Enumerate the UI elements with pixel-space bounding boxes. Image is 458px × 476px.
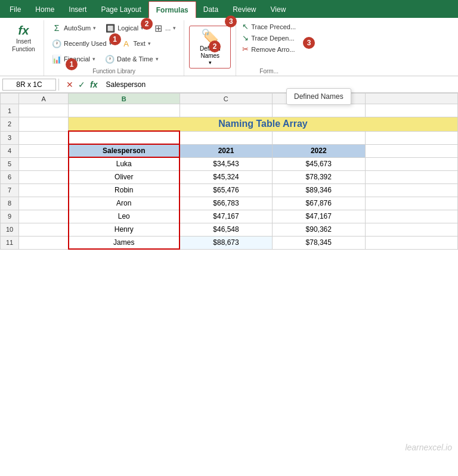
row-header-6: 6 — [1, 170, 19, 183]
date-time-button[interactable]: 🕐 Date & Time ▾ — [101, 52, 163, 66]
insert-function-icon: fx — [18, 24, 29, 38]
cell-d5[interactable]: $45,673 — [273, 157, 365, 170]
logical-icon: 🔲 — [106, 23, 115, 33]
cell-d7[interactable]: $89,346 — [273, 183, 365, 197]
cell-a1[interactable] — [19, 104, 69, 117]
row-header-11: 11 — [1, 236, 19, 249]
more-dropdown-icon[interactable]: ▾ — [173, 25, 176, 31]
cell-b4[interactable]: Salesperson — [69, 144, 180, 157]
tab-view[interactable]: View — [264, 1, 293, 18]
badge-3-overlay: 3 — [303, 37, 315, 49]
cell-e8[interactable] — [365, 197, 458, 210]
cell-e7[interactable] — [365, 183, 458, 197]
financial-icon: 📊 — [52, 54, 61, 64]
cell-c10[interactable]: $46,548 — [180, 223, 272, 236]
cell-b5[interactable]: Luka — [69, 157, 180, 170]
tab-insert[interactable]: Insert — [61, 1, 94, 18]
confirm-icon[interactable]: ✓ — [77, 80, 86, 89]
formula-input[interactable] — [102, 79, 456, 90]
trace-dependents-button[interactable]: ↘ Trace Depen... — [240, 33, 298, 43]
cell-c11[interactable]: $88,673 — [180, 236, 272, 249]
cell-b9[interactable]: Leo — [69, 210, 180, 223]
spreadsheet-table: A B C D 1 2 — [0, 93, 458, 250]
cell-b6[interactable]: Oliver — [69, 170, 180, 183]
more-functions-label: ... — [165, 24, 171, 32]
cell-a3[interactable] — [19, 131, 69, 144]
cell-d6[interactable]: $78,392 — [273, 170, 365, 183]
financial-dropdown-icon[interactable]: ▾ — [92, 56, 95, 62]
col-header-b[interactable]: B — [69, 94, 180, 104]
cell-d3[interactable] — [273, 131, 365, 144]
date-time-dropdown-icon[interactable]: ▾ — [156, 56, 159, 62]
autosum-dropdown-icon[interactable]: ▾ — [93, 25, 96, 31]
cell-e9[interactable] — [365, 210, 458, 223]
col-header-c[interactable]: C — [180, 94, 272, 104]
cell-b10[interactable]: Henry — [69, 223, 180, 236]
tab-page-layout[interactable]: Page Layout — [94, 1, 148, 18]
cell-c7[interactable]: $65,476 — [180, 183, 272, 197]
corner-cell — [1, 94, 19, 104]
cell-a4[interactable] — [19, 144, 69, 157]
cell-d1[interactable] — [273, 104, 365, 117]
cell-c9[interactable]: $47,167 — [180, 210, 272, 223]
cell-d11[interactable]: $78,345 — [273, 236, 365, 249]
cell-a6[interactable] — [19, 170, 69, 183]
cell-a7[interactable] — [19, 183, 69, 197]
spreadsheet: A B C D 1 2 — [0, 93, 458, 250]
cell-c1[interactable] — [180, 104, 272, 117]
insert-function-group: fx InsertFunction — [4, 20, 44, 76]
cancel-icon[interactable]: ✕ — [65, 80, 75, 89]
text-dropdown-icon[interactable]: ▾ — [148, 41, 151, 46]
recently-used-button[interactable]: 🕐 Recently Used ▾ — [48, 37, 116, 50]
cell-c5[interactable]: $34,543 — [180, 157, 272, 170]
cell-d9[interactable]: $47,167 — [273, 210, 365, 223]
cell-c8[interactable]: $66,783 — [180, 197, 272, 210]
cell-b3[interactable] — [69, 131, 180, 144]
defined-names-dropdown-icon[interactable]: ▾ — [209, 60, 212, 66]
tab-file[interactable]: File — [2, 1, 28, 18]
watermark: learnexcel.io — [405, 443, 452, 452]
badge-2: 2 — [141, 18, 153, 30]
col-header-e[interactable] — [365, 94, 458, 104]
cell-a8[interactable] — [19, 197, 69, 210]
text-button[interactable]: A Text ▾ — [117, 37, 155, 50]
cell-d4[interactable]: 2022 — [273, 144, 365, 157]
cell-c6[interactable]: $45,324 — [180, 170, 272, 183]
cell-e11[interactable] — [365, 236, 458, 249]
cell-b1[interactable] — [69, 104, 180, 117]
tab-formulas[interactable]: Formulas — [148, 1, 196, 18]
cell-c4[interactable]: 2021 — [180, 144, 272, 157]
fx-icon[interactable]: fx — [89, 80, 98, 89]
insert-function-button[interactable]: fx InsertFunction — [7, 20, 40, 57]
autosum-button[interactable]: Σ AutoSum ▾ — [48, 21, 100, 35]
name-box[interactable] — [2, 79, 56, 91]
cell-c3[interactable] — [180, 131, 272, 144]
cell-b7[interactable]: Robin — [69, 183, 180, 197]
cell-a9[interactable] — [19, 210, 69, 223]
cell-a10[interactable] — [19, 223, 69, 236]
cell-b8[interactable]: Aron — [69, 197, 180, 210]
date-time-label: Date & Time — [117, 55, 153, 63]
cell-e4[interactable] — [365, 144, 458, 157]
remove-arrows-button[interactable]: ✂ Remove Arro... — [240, 44, 298, 54]
more-functions-button[interactable]: ⊞ ... ▾ — [149, 21, 180, 35]
cell-e3[interactable] — [365, 131, 458, 144]
tooltip-text: Defined Names — [294, 92, 344, 101]
formula-bar: ✕ ✓ fx — [0, 76, 458, 93]
cell-e5[interactable] — [365, 157, 458, 170]
title-cell[interactable]: Naming Table Array — [69, 117, 458, 132]
insert-function-label: InsertFunction — [12, 38, 35, 53]
tab-home[interactable]: Home — [28, 1, 61, 18]
trace-precedents-button[interactable]: ↖ Trace Preced... — [240, 21, 298, 32]
cell-e6[interactable] — [365, 170, 458, 183]
cell-a2[interactable] — [19, 117, 69, 132]
cell-d10[interactable]: $90,362 — [273, 223, 365, 236]
cell-d8[interactable]: $67,876 — [273, 197, 365, 210]
cell-e10[interactable] — [365, 223, 458, 236]
cell-a11[interactable] — [19, 236, 69, 249]
tab-data[interactable]: Data — [196, 1, 225, 18]
cell-a5[interactable] — [19, 157, 69, 170]
col-header-a[interactable]: A — [19, 94, 69, 104]
cell-e1[interactable] — [365, 104, 458, 117]
cell-b11[interactable]: James — [69, 236, 180, 249]
